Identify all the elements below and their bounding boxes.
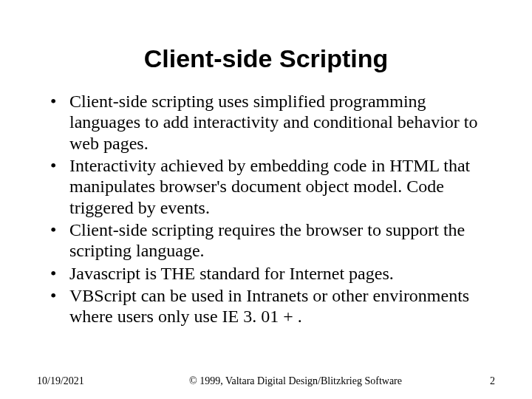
footer-page-number: 2 — [451, 375, 495, 387]
list-item: Client-side scripting uses simplified pr… — [50, 91, 495, 154]
list-item: Interactivity achieved by embedding code… — [50, 155, 495, 218]
list-item: Client-side scripting requires the brows… — [50, 219, 495, 262]
slide: Client-side Scripting Client-side script… — [0, 0, 532, 399]
slide-title: Client-side Scripting — [37, 44, 495, 73]
bullet-list: Client-side scripting uses simplified pr… — [37, 91, 495, 327]
footer-copyright: © 1999, Valtara Digital Design/Blitzkrie… — [140, 375, 451, 387]
footer-date: 10/19/2021 — [37, 375, 140, 387]
slide-footer: 10/19/2021 © 1999, Valtara Digital Desig… — [0, 375, 532, 387]
list-item: VBScript can be used in Intranets or oth… — [50, 285, 495, 327]
list-item: Javascript is THE standard for Internet … — [50, 263, 495, 284]
